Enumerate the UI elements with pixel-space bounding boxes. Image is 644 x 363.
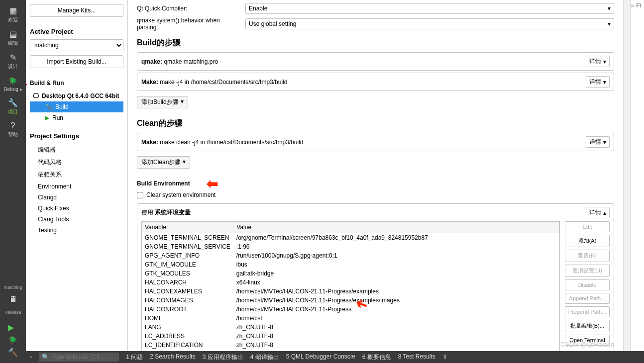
- env-row[interactable]: GNOME_TERMINAL_SCREEN/org/gnome/Terminal…: [142, 233, 559, 243]
- project-setting-编辑器[interactable]: 编辑器: [30, 144, 123, 156]
- env-row[interactable]: HALCONARCHx64-linux: [142, 278, 559, 287]
- env-append-button[interactable]: Append Path...: [565, 293, 610, 304]
- status-tab[interactable]: 1 问题: [126, 353, 143, 362]
- env-val: /home/cst: [233, 314, 559, 323]
- import-build-button[interactable]: Import Existing Build...: [30, 55, 123, 68]
- env-edit-button[interactable]: Edit: [565, 221, 610, 232]
- env-val: :1.96: [233, 242, 559, 251]
- qmake-behavior-select[interactable]: Use global setting▾: [245, 18, 614, 29]
- mode-icon: ▦: [0, 6, 26, 15]
- iconbar-item-帮助[interactable]: ?帮助: [0, 118, 26, 141]
- status-toggle-icon[interactable]: ▫: [30, 354, 32, 361]
- build-step-make[interactable]: Make: make -j4 in /home/cst/Documents/sr…: [137, 73, 614, 91]
- status-bar: ▫ 🔍 1 问题2 Search Results3 应用程序输出4 编译输出5 …: [26, 351, 644, 363]
- env-var: GNOME_TERMINAL_SCREEN: [142, 233, 233, 243]
- iconbar-item-设计[interactable]: ✎设计: [0, 50, 26, 73]
- details-button[interactable]: 详情▾: [586, 76, 610, 88]
- status-tab[interactable]: 6 概要信息: [362, 353, 391, 362]
- env-disable-button[interactable]: Disable: [565, 279, 610, 290]
- env-var: LC_ADDRESS: [142, 332, 233, 341]
- env-details-button[interactable]: 详情▴: [586, 207, 610, 218]
- env-row[interactable]: GTK_MODULESgail:atk-bridge: [142, 269, 559, 278]
- locator-input[interactable]: [51, 354, 116, 361]
- project-setting-Clang Tools[interactable]: Clang Tools: [30, 214, 123, 225]
- env-batch-button[interactable]: 批量编辑(B)...: [565, 320, 610, 332]
- env-var: GTK_IM_MODULE: [142, 260, 233, 269]
- mode-icon: ▤: [0, 29, 26, 39]
- main-scrollbar[interactable]: [623, 0, 630, 363]
- project-setting-依赖关系[interactable]: 依赖关系: [30, 169, 123, 181]
- qt-quick-compiler-select[interactable]: Enable▾: [245, 3, 614, 14]
- project-setting-Quick Fixes[interactable]: Quick Fixes: [30, 203, 123, 214]
- status-tab[interactable]: 8 Test Results: [398, 353, 435, 362]
- status-tab[interactable]: 2 Search Results: [150, 353, 195, 362]
- env-var: HALCONEXAMPLES: [142, 287, 233, 296]
- target-name[interactable]: matching: [4, 283, 22, 292]
- env-var: HOME: [142, 314, 233, 323]
- env-var: GNOME_TERMINAL_SERVICE: [142, 242, 233, 251]
- use-sys-env-label: 使用 系统环境变量: [141, 208, 191, 217]
- status-tab[interactable]: 4 编译输出: [250, 353, 279, 362]
- project-setting-Environment[interactable]: Environment: [30, 181, 123, 192]
- build-step-qmake[interactable]: qmake: qmake matching.pro 详情▾: [137, 52, 614, 71]
- env-table-wrap[interactable]: Variable Value GNOME_TERMINAL_SCREEN/org…: [141, 221, 560, 363]
- env-var: HALCONIMAGES: [142, 296, 233, 305]
- target-selector[interactable]: 🖥: [0, 292, 26, 308]
- env-row[interactable]: LC_IDENTIFICATIONzh_CN.UTF-8: [142, 341, 559, 350]
- env-row[interactable]: GNOME_TERMINAL_SERVICE:1.96: [142, 242, 559, 251]
- project-settings-heading: Project Settings: [30, 132, 123, 140]
- qt-quick-compiler-label: Qt Quick Compiler:: [137, 5, 241, 12]
- iconbar-item-Debug[interactable]: 🪲Debug ▸: [0, 73, 26, 95]
- env-val: x64-linux: [233, 278, 559, 287]
- run-action-icon[interactable]: 🪲: [8, 335, 18, 345]
- tree-node-run[interactable]: ▶Run: [30, 112, 123, 123]
- env-row[interactable]: HALCONEXAMPLES/home/cst/MVTec/HALCON-21.…: [142, 287, 559, 296]
- project-select[interactable]: matching: [30, 39, 123, 51]
- env-row[interactable]: GTK_IM_MODULEibus: [142, 260, 559, 269]
- project-setting-Clangd[interactable]: Clangd: [30, 192, 123, 203]
- status-tab[interactable]: 5 QML Debugger Console: [286, 353, 355, 362]
- add-clean-step-button[interactable]: 添加Clean步骤▾: [137, 156, 190, 169]
- env-unset-button[interactable]: 取消设置(U): [565, 265, 610, 277]
- chevron-down-icon: ▾: [603, 79, 606, 86]
- env-row[interactable]: LC_ADDRESSzh_CN.UTF-8: [142, 332, 559, 341]
- mode-icon: ?: [0, 121, 26, 130]
- env-table: Variable Value GNOME_TERMINAL_SCREEN/org…: [142, 222, 559, 363]
- run-action-icon[interactable]: 🔨: [8, 348, 18, 357]
- details-button[interactable]: 详情▾: [586, 56, 610, 67]
- col-value[interactable]: Value: [233, 222, 559, 233]
- iconbar-item-项目[interactable]: 🔧项目: [0, 95, 26, 118]
- iconbar-item-编辑[interactable]: ▤编辑: [0, 26, 26, 50]
- project-setting-Testing[interactable]: Testing: [30, 225, 123, 236]
- clear-sys-env-checkbox[interactable]: [137, 192, 143, 198]
- status-tab[interactable]: 3 应用程序输出: [203, 353, 243, 362]
- clean-step-make[interactable]: Make: make clean -j4 in /home/cst/Docume…: [137, 133, 614, 151]
- env-buttons: Edit 添加(A) 重置(R) 取消设置(U) Disable Append …: [565, 221, 610, 363]
- play-icon: ▶: [45, 114, 49, 121]
- env-reset-button[interactable]: 重置(R): [565, 250, 610, 262]
- env-row[interactable]: HALCONIMAGES/home/cst/MVTec/HALCON-21.11…: [142, 296, 559, 305]
- env-val: /home/cst/MVTec/HALCON-21.11-Progress: [233, 305, 559, 314]
- env-add-button[interactable]: 添加(A): [565, 235, 610, 247]
- env-row[interactable]: HOME/home/cst: [142, 314, 559, 323]
- kit-row[interactable]: 🖵Desktop Qt 6.4.0 GCC 64bit: [30, 91, 123, 101]
- env-row[interactable]: GPG_AGENT_INFO/run/user/1000/gnupg/S.gpg…: [142, 251, 559, 260]
- project-setting-代码风格[interactable]: 代码风格: [30, 156, 123, 169]
- col-variable[interactable]: Variable: [142, 222, 233, 233]
- iconbar-item-欢迎[interactable]: ▦欢迎: [0, 3, 26, 26]
- env-row[interactable]: HALCONROOT/home/cst/MVTec/HALCON-21.11-P…: [142, 305, 559, 314]
- run-action-icon[interactable]: ▶: [8, 323, 18, 332]
- clear-sys-env-label: Clear system environment: [146, 191, 215, 198]
- env-prepend-button[interactable]: Prepend Path...: [565, 306, 610, 317]
- chevron-up-icon: ▴: [603, 209, 606, 216]
- tree-node-build[interactable]: 🔨Build: [30, 101, 123, 112]
- manage-kits-button[interactable]: Manage Kits...: [30, 4, 123, 17]
- env-row[interactable]: LANGzh_CN.UTF-8: [142, 323, 559, 332]
- monitor-icon: 🖵: [33, 92, 39, 99]
- add-build-step-button[interactable]: 添加Build步骤▾: [137, 96, 188, 108]
- status-more-icon[interactable]: ⇳: [442, 354, 447, 361]
- details-button[interactable]: 详情▾: [586, 136, 610, 148]
- env-terminal-button[interactable]: Open Terminal: [565, 335, 610, 346]
- locator[interactable]: 🔍: [39, 353, 119, 362]
- env-box: 使用 系统环境变量 详情▴ Variable Value GNOME_TERMI…: [137, 203, 614, 363]
